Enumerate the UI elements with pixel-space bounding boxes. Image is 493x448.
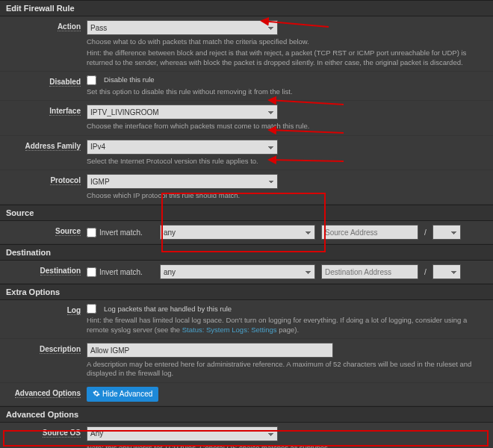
section-destination: Destination (0, 244, 493, 261)
label-source: Source (55, 227, 81, 236)
label-interface: Interface (49, 107, 81, 116)
protocol-select[interactable]: IGMP (87, 174, 278, 189)
source-type-select[interactable]: any (160, 225, 315, 240)
log-checkbox-label: Log packets that are handled by this rul… (104, 305, 232, 314)
description-help: A description may be entered here for ad… (87, 360, 487, 379)
label-advopts: Advanced Options (15, 389, 81, 398)
protocol-help: Choose which IP protocol this rule shoul… (87, 191, 487, 200)
source-invert-label: Invert match. (99, 228, 143, 237)
label-addrfam: Address Family (25, 142, 81, 151)
destination-invert-label: Invert match. (99, 268, 143, 276)
log-help-link[interactable]: Status: System Logs: Settings (182, 326, 277, 334)
log-help: Hint: the firewall has limited local log… (87, 316, 487, 335)
label-description: Description (40, 345, 81, 354)
label-sourceos: Source OS (43, 429, 81, 438)
disabled-checkbox-label: Disable this rule (104, 75, 155, 84)
label-action: Action (58, 22, 81, 31)
action-select[interactable]: Pass (87, 20, 278, 35)
gear-icon (93, 390, 100, 399)
disabled-checkbox[interactable] (87, 75, 96, 85)
addrfam-select[interactable]: IPv4 (87, 140, 278, 155)
destination-invert-checkbox[interactable] (87, 267, 96, 277)
interface-select[interactable]: IPTV_LIVINGROOM (87, 105, 278, 119)
sourceos-help: Note: this only works for TCP rules. Gen… (87, 444, 487, 448)
section-source: Source (0, 205, 493, 221)
label-destination: Destination (40, 267, 81, 276)
addrfam-help: Select the Internet Protocol version thi… (87, 157, 487, 166)
label-protocol: Protocol (50, 176, 81, 185)
section-advanced: Advanced Options (0, 406, 493, 423)
hide-advanced-label: Hide Advanced (102, 390, 152, 398)
log-checkbox[interactable] (87, 304, 96, 314)
interface-help: Choose the interface from which packets … (87, 122, 487, 131)
source-address-input[interactable] (321, 225, 418, 240)
destination-mask-slash: / (424, 268, 427, 276)
section-edit-firewall-rule: Edit Firewall Rule (0, 0, 493, 16)
destination-address-input[interactable] (321, 264, 418, 279)
destination-type-select[interactable]: any (160, 264, 315, 279)
hide-advanced-button[interactable]: Hide Advanced (87, 387, 158, 402)
source-mask-select[interactable] (432, 225, 461, 240)
description-input[interactable] (87, 343, 333, 358)
destination-mask-select[interactable] (432, 264, 461, 279)
sourceos-select[interactable]: Any (87, 426, 278, 441)
label-disabled: Disabled (49, 78, 81, 87)
source-invert-checkbox[interactable] (87, 228, 96, 237)
disabled-help: Set this option to disable this rule wit… (87, 87, 487, 96)
label-log: Log (67, 306, 81, 315)
action-help2: Hint: the difference between block and r… (87, 49, 487, 67)
action-help1: Choose what to do with packets that matc… (87, 37, 487, 46)
source-mask-slash: / (424, 228, 427, 237)
section-extra: Extra Options (0, 284, 493, 300)
